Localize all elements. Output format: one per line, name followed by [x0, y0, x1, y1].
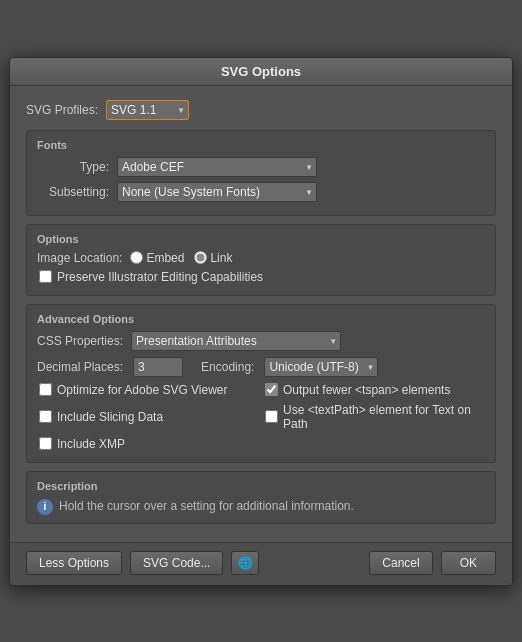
include-slicing-checkbox-row[interactable]: Include Slicing Data: [39, 403, 259, 431]
font-subsetting-select[interactable]: None (Use System Fonts) Only Glyphs Used…: [117, 182, 317, 202]
font-type-row: Type: Adobe CEF SVG Convert to Outline: [37, 157, 485, 177]
font-subsetting-row: Subsetting: None (Use System Fonts) Only…: [37, 182, 485, 202]
include-xmp-checkbox[interactable]: [39, 437, 52, 450]
encoding-select-wrapper: Unicode (UTF-8) ISO-8859-1 UTF-16: [264, 357, 378, 377]
include-xmp-checkbox-row[interactable]: Include XMP: [39, 437, 259, 451]
cancel-button[interactable]: Cancel: [369, 551, 432, 575]
optimize-checkbox[interactable]: [39, 383, 52, 396]
options-section: Options Image Location: Embed Link Prese…: [26, 224, 496, 296]
font-type-select[interactable]: Adobe CEF SVG Convert to Outline: [117, 157, 317, 177]
include-slicing-checkbox[interactable]: [39, 410, 52, 423]
svg-profiles-label: SVG Profiles:: [26, 103, 98, 117]
image-location-row: Image Location: Embed Link: [37, 251, 485, 265]
image-location-label: Image Location:: [37, 251, 122, 265]
bottom-buttons: Less Options SVG Code... 🌐 Cancel OK: [10, 542, 512, 585]
decimal-encoding-row: Decimal Places: Encoding: Unicode (UTF-8…: [37, 357, 485, 377]
css-props-select[interactable]: Presentation Attributes Style Attributes…: [131, 331, 341, 351]
info-icon: i: [37, 499, 53, 515]
right-buttons: Cancel OK: [369, 551, 496, 575]
decimal-places-input[interactable]: [133, 357, 183, 377]
dialog-title: SVG Options: [10, 58, 512, 86]
link-label: Link: [210, 251, 232, 265]
use-textpath-checkbox[interactable]: [265, 410, 278, 423]
embed-label: Embed: [146, 251, 184, 265]
preserve-label[interactable]: Preserve Illustrator Editing Capabilitie…: [57, 270, 263, 284]
less-options-button[interactable]: Less Options: [26, 551, 122, 575]
options-title: Options: [37, 233, 485, 245]
encoding-select[interactable]: Unicode (UTF-8) ISO-8859-1 UTF-16: [264, 357, 378, 377]
description-text: Hold the cursor over a setting for addit…: [59, 498, 354, 515]
link-radio-item[interactable]: Link: [194, 251, 232, 265]
font-subsetting-label: Subsetting:: [37, 185, 109, 199]
preserve-checkbox[interactable]: [39, 270, 52, 283]
preserve-checkbox-row[interactable]: Preserve Illustrator Editing Capabilitie…: [39, 270, 485, 284]
encoding-label: Encoding:: [201, 360, 254, 374]
svg-options-dialog: SVG Options SVG Profiles: SVG 1.1 SVG 1.…: [9, 57, 513, 586]
css-props-label: CSS Properties:: [37, 334, 123, 348]
fonts-section: Fonts Type: Adobe CEF SVG Convert to Out…: [26, 130, 496, 216]
use-textpath-checkbox-row[interactable]: Use <textPath> element for Text on Path: [265, 403, 485, 431]
svg-profiles-select-wrapper: SVG 1.1 SVG 1.0 SVG Basic SVG Tiny: [106, 100, 189, 120]
embed-radio-item[interactable]: Embed: [130, 251, 184, 265]
font-type-label: Type:: [37, 160, 109, 174]
include-xmp-label[interactable]: Include XMP: [57, 437, 125, 451]
output-fewer-checkbox-row[interactable]: Output fewer <tspan> elements: [265, 383, 485, 397]
css-props-select-wrapper: Presentation Attributes Style Attributes…: [131, 331, 341, 351]
globe-button[interactable]: 🌐: [231, 551, 259, 575]
ok-button[interactable]: OK: [441, 551, 496, 575]
image-location-radios: Embed Link: [130, 251, 232, 265]
left-buttons: Less Options SVG Code... 🌐: [26, 551, 259, 575]
output-fewer-checkbox[interactable]: [265, 383, 278, 396]
optimize-label[interactable]: Optimize for Adobe SVG Viewer: [57, 383, 228, 397]
output-fewer-label[interactable]: Output fewer <tspan> elements: [283, 383, 450, 397]
svg-profiles-select[interactable]: SVG 1.1 SVG 1.0 SVG Basic SVG Tiny: [106, 100, 189, 120]
advanced-section: Advanced Options CSS Properties: Present…: [26, 304, 496, 463]
description-title: Description: [37, 480, 485, 492]
description-section: Description i Hold the cursor over a set…: [26, 471, 496, 524]
font-type-select-wrapper: Adobe CEF SVG Convert to Outline: [117, 157, 317, 177]
decimal-places-label: Decimal Places:: [37, 360, 123, 374]
globe-icon: 🌐: [238, 556, 253, 570]
advanced-checkboxes: Optimize for Adobe SVG Viewer Output few…: [37, 383, 485, 454]
advanced-title: Advanced Options: [37, 313, 485, 325]
embed-radio[interactable]: [130, 251, 143, 264]
css-props-row: CSS Properties: Presentation Attributes …: [37, 331, 485, 351]
description-content: i Hold the cursor over a setting for add…: [37, 498, 485, 515]
optimize-checkbox-row[interactable]: Optimize for Adobe SVG Viewer: [39, 383, 259, 397]
use-textpath-label[interactable]: Use <textPath> element for Text on Path: [283, 403, 485, 431]
svg-profiles-row: SVG Profiles: SVG 1.1 SVG 1.0 SVG Basic …: [26, 100, 496, 120]
fonts-title: Fonts: [37, 139, 485, 151]
link-radio[interactable]: [194, 251, 207, 264]
include-slicing-label[interactable]: Include Slicing Data: [57, 410, 163, 424]
font-subsetting-select-wrapper: None (Use System Fonts) Only Glyphs Used…: [117, 182, 317, 202]
svg-code-button[interactable]: SVG Code...: [130, 551, 223, 575]
